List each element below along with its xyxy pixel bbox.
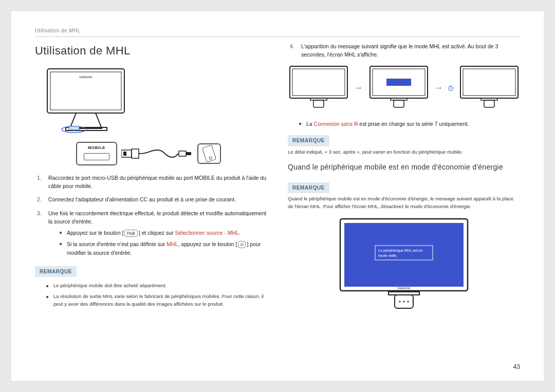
phone-icon	[202, 145, 216, 163]
subsection-heading: Quand le périphérique mobile est en mode…	[288, 162, 520, 173]
callout-1: 1	[448, 86, 453, 91]
svg-rect-7	[123, 152, 126, 156]
remarque-badge: REMARQUE	[288, 182, 329, 194]
remarque-badge: REMARQUE	[288, 135, 329, 146]
left-remarque-list: Le périphérique mobile doit être acheté …	[46, 282, 267, 308]
right-note-2: Quand le périphérique mobile est en mode…	[288, 195, 520, 210]
svg-point-30	[399, 301, 401, 302]
svg-rect-25	[344, 223, 464, 287]
mobile-port-label: MOBILE	[88, 145, 105, 151]
steps-list-continued: L'apparition du message suivant signifie…	[290, 42, 520, 59]
svg-rect-10	[186, 152, 191, 155]
mini-monitor-2	[368, 64, 430, 113]
steps-list: Raccordez le port micro-USB du périphéri…	[37, 174, 267, 257]
svg-rect-19	[394, 100, 404, 107]
page-title: Utilisation de MHL	[35, 42, 267, 60]
hub-button-icon: Hub	[124, 230, 138, 237]
cable-icon	[121, 146, 193, 161]
step-3: Une fois le raccordement électrique effe…	[37, 209, 267, 257]
step-3-bullet-2: Si la source d'entrée n'est pas définie …	[60, 240, 267, 257]
three-monitors-illustration: → → 1	[288, 64, 520, 113]
svg-point-31	[403, 301, 405, 302]
svg-rect-8	[132, 149, 139, 158]
source-button-icon: ⎚	[238, 241, 246, 248]
svg-rect-11	[290, 66, 347, 98]
mobile-port-box: MOBILE	[76, 142, 117, 165]
step-1: Raccordez le port micro-USB du périphéri…	[37, 174, 267, 191]
left-note-1: Le périphérique mobile doit être acheté …	[46, 282, 267, 290]
right-column: L'apparition du message suivant signifie…	[288, 42, 520, 315]
wireless-note: La Connexion sans fil est prise en charg…	[299, 120, 520, 128]
left-note-2: La résolution de sortie MHL varie selon …	[46, 293, 267, 308]
header-rule	[35, 36, 520, 37]
svg-point-32	[408, 301, 409, 302]
sleep-message-line1: Le périphérique MHL est en	[378, 249, 422, 253]
step-4: L'apparition du message suivant signifie…	[290, 42, 520, 59]
monitor-illustration: SAMSUNG	[45, 67, 133, 136]
svg-rect-14	[313, 100, 324, 107]
mini-monitor-1	[288, 64, 349, 113]
svg-rect-12	[292, 69, 345, 96]
mobile-port-icon	[84, 153, 109, 160]
right-note-1: Le délai indiqué, « 3 sec. après », peut…	[288, 148, 520, 156]
svg-text:SAMSUNG: SAMSUNG	[397, 287, 410, 290]
svg-text:SAMSUNG: SAMSUNG	[79, 76, 92, 79]
remarque-badge: REMARQUE	[35, 266, 77, 277]
arrow-icon: →	[435, 82, 443, 95]
select-source-mhl: Sélectionner source - MHL	[175, 230, 239, 236]
page-number: 43	[513, 363, 520, 370]
two-column-layout: Utilisation de MHL SAMSUNG MOBILE	[35, 42, 520, 315]
left-column: Utilisation de MHL SAMSUNG MOBILE	[35, 42, 267, 315]
svg-rect-21	[463, 69, 515, 96]
svg-rect-23	[484, 100, 494, 107]
large-monitor-illustration: Le périphérique MHL est en mode veille. …	[337, 216, 471, 315]
phone-box	[197, 143, 221, 164]
svg-rect-17	[386, 79, 411, 86]
wireless-link-text: Connexion sans fil	[314, 121, 358, 127]
step-2: Connectez l'adaptateur d'alimentation CC…	[37, 195, 267, 203]
manual-page: Utilisation de MHL Utilisation de MHL SA…	[11, 11, 544, 381]
mini-monitor-3	[458, 64, 520, 113]
arrow-icon: →	[355, 82, 363, 95]
svg-rect-20	[460, 66, 518, 98]
cable-illustration: MOBILE	[76, 142, 267, 165]
sleep-message-line2: mode veille.	[378, 254, 397, 257]
svg-rect-9	[179, 151, 186, 156]
running-header: Utilisation de MHL	[35, 28, 520, 33]
wireless-note-list: La Connexion sans fil est prise en charg…	[299, 120, 520, 128]
step-3-bullet-1: Appuyez sur le bouton [Hub] et cliquez s…	[60, 229, 267, 237]
svg-rect-5	[69, 126, 79, 130]
